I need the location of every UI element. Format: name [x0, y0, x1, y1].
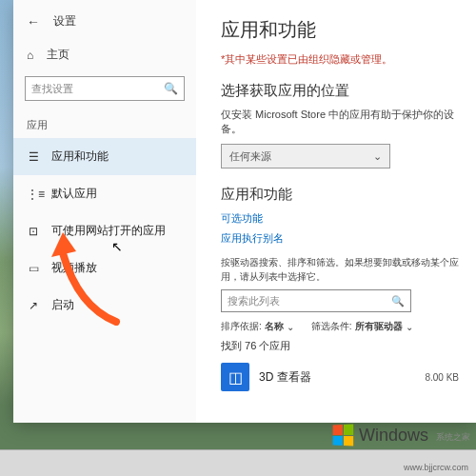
section-label: 应用: [13, 109, 196, 138]
search-apps-placeholder: 搜索此列表: [228, 294, 280, 308]
chevron-down-icon: ⌄: [287, 322, 294, 332]
source-heading: 选择获取应用的位置: [221, 82, 459, 100]
watermark-brand: Windows: [359, 426, 428, 446]
windows-logo-icon: [333, 425, 354, 446]
website-apps-icon: ⊡: [27, 225, 40, 238]
sidebar-item-label: 默认应用: [51, 186, 97, 202]
source-dropdown[interactable]: 任何来源 ⌄: [221, 144, 390, 169]
home-label: 主页: [47, 47, 69, 63]
defaults-icon: ⋮≡: [27, 188, 40, 201]
app-alias-link[interactable]: 应用执行别名: [221, 231, 459, 246]
app-name: 3D 查看器: [259, 369, 415, 386]
watermark-sub: 系统之家: [436, 431, 470, 446]
content-pane: 应用和功能 *其中某些设置已由组织隐藏或管理。 选择获取应用的位置 仅安装 Mi…: [196, 0, 476, 423]
home-button[interactable]: ⌂ 主页: [13, 37, 196, 72]
sort-filter-row: 排序依据: 名称 ⌄ 筛选条件: 所有驱动器 ⌄: [221, 320, 459, 333]
chevron-down-icon: ⌄: [373, 150, 382, 163]
optional-features-link[interactable]: 可选功能: [221, 211, 459, 226]
filter-dropdown[interactable]: 筛选条件: 所有驱动器 ⌄: [311, 320, 413, 333]
sidebar-item-label: 启动: [51, 297, 74, 313]
chevron-down-icon: ⌄: [406, 322, 413, 332]
video-icon: ▭: [27, 262, 40, 275]
app-icon: ◫: [221, 363, 249, 391]
search-apps-input[interactable]: 搜索此列表 🔍: [221, 289, 411, 312]
filter-desc: 按驱动器搜索、排序和筛选。如果想要卸载或移动某个应用，请从列表中选择它。: [221, 255, 459, 284]
sort-dropdown[interactable]: 排序依据: 名称 ⌄: [221, 320, 294, 333]
apps-icon: ☰: [27, 150, 40, 164]
search-input[interactable]: 查找设置 🔍: [25, 76, 185, 101]
sidebar-item-label: 应用和功能: [51, 149, 109, 165]
sidebar-item-startup[interactable]: ↗ 启动: [13, 287, 196, 324]
app-list-item[interactable]: ◫ 3D 查看器 8.00 KB: [221, 363, 459, 391]
page-title: 应用和功能: [221, 17, 459, 43]
sidebar-item-website-apps[interactable]: ⊡ 可使用网站打开的应用: [13, 212, 196, 249]
sidebar-item-video-playback[interactable]: ▭ 视频播放: [13, 249, 196, 287]
found-count: 找到 76 个应用: [221, 339, 459, 353]
sidebar-item-label: 可使用网站打开的应用: [51, 223, 166, 239]
home-icon: ⌂: [27, 49, 33, 62]
search-icon: 🔍: [391, 295, 405, 307]
sidebar-item-apps-features[interactable]: ☰ 应用和功能: [13, 138, 196, 175]
watermark: Windows 系统之家: [332, 425, 470, 446]
watermark-url: www.bjjcrcw.com: [404, 463, 468, 472]
sidebar-header: ← 设置: [13, 6, 196, 37]
features-heading: 应用和功能: [221, 186, 459, 204]
source-desc: 仅安装 Microsoft Store 中的应用有助于保护你的设备。: [221, 108, 459, 136]
sidebar-item-default-apps[interactable]: ⋮≡ 默认应用: [13, 175, 196, 212]
startup-icon: ↗: [27, 299, 40, 312]
search-icon: 🔍: [164, 82, 178, 95]
sidebar: ← 设置 ⌂ 主页 查找设置 🔍 应用 ☰ 应用和功能 ⋮≡ 默认应用 ⊡ 可使…: [13, 0, 196, 423]
settings-window: ← 设置 ⌂ 主页 查找设置 🔍 应用 ☰ 应用和功能 ⋮≡ 默认应用 ⊡ 可使…: [13, 0, 476, 423]
sidebar-item-label: 视频播放: [51, 260, 97, 276]
search-placeholder: 查找设置: [31, 82, 73, 96]
source-value: 任何来源: [229, 149, 271, 164]
window-title: 设置: [53, 13, 76, 30]
app-size: 8.00 KB: [425, 372, 459, 383]
back-icon[interactable]: ←: [27, 14, 40, 30]
managed-warning: *其中某些设置已由组织隐藏或管理。: [221, 52, 459, 67]
